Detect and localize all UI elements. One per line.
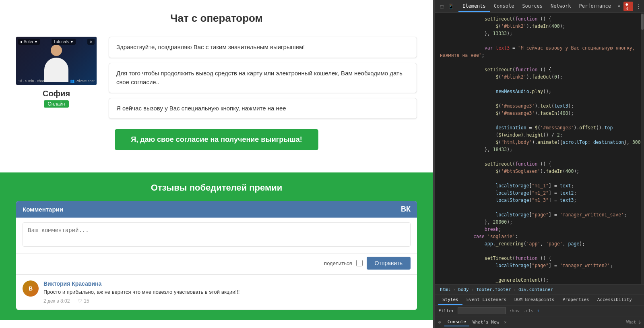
online-badge: Онлайн [44,100,69,108]
devtools-code-panel[interactable]: setTimeout(function () { $('#blink2').fa… [435,13,641,284]
bc-sep-3: › [512,287,517,292]
code-line [435,204,641,211]
console-tab[interactable]: Console [444,318,469,326]
message-text-3: Я сейчас вызову у Вас специальную кнопку… [116,105,286,112]
filter-label: Filter [438,308,454,313]
devtools-scrollbar[interactable] [641,13,644,284]
video-close-badge[interactable]: ✕ [87,39,95,45]
devtools-more-icon[interactable]: ⋮ [636,3,641,10]
comment-textarea[interactable] [23,222,411,247]
code-line: $('#messange3').fadeIn(400); [435,110,641,117]
code-line [435,59,641,66]
tab-event-listeners[interactable]: Event Listeners [462,295,510,305]
devtools-bottom: html › body › footer.footer › div.contai… [435,284,644,328]
code-line: $('#blink2').fadeIn(400); [435,23,641,30]
consent-button[interactable]: Я, даю свое согласие на получение выигры… [115,129,318,150]
code-line: newMessAudio.play(); [435,88,641,95]
video-frame: ● Sofia ▼ Tutorials ▼ ✕ 1d · 5 min · cha… [16,37,97,85]
heart-icon: ♡ [78,298,82,304]
code-line: $('#btnSoglasen').fadeIn(400); [435,168,641,175]
filter-add-icon[interactable]: + [537,308,540,313]
code-line: $('#blink2').fadeOut(0); [435,73,641,81]
what-dollar: What $ [626,320,641,324]
code-line: localStorage["page"] = 'manager_written1… [435,211,641,218]
avatar: В [23,280,39,297]
more-tabs-icon[interactable]: » [615,1,623,12]
code-line: localStorage["m1_2"] = text2; [435,189,641,197]
filter-input[interactable] [458,307,506,314]
code-line [435,95,641,102]
tab-properties[interactable]: Properties [558,295,593,305]
likes-count: 15 [84,298,89,304]
scrollbar-thumb[interactable] [641,14,644,30]
devtools-action-icons: ⬚ 📱 [438,3,454,10]
video-time: 1d · 5 min · chat [18,79,44,83]
code-line: setTimeout(function () { [435,66,641,73]
devtools-toolbar: ⬚ 📱 Elements Console Sources Network Per… [435,0,644,13]
chat-body: ● Sofia ▼ Tutorials ▼ ✕ 1d · 5 min · cha… [16,37,417,119]
comment-meta: 2 дек в 8:02 ♡ 15 [43,298,239,304]
video-name-badge: ● Sofia ▼ [18,39,40,45]
chat-section: Чат с оператором ● Sofia ▼ Tutorials ▼ ✕ [0,0,433,172]
tab-sources[interactable]: Sources [518,1,547,12]
message-bubble-2: Для того чтобы продолжить вывод средств … [109,63,417,93]
video-header: ● Sofia ▼ Tutorials ▼ ✕ [18,39,95,45]
bc-body[interactable]: body [456,286,471,293]
tab-accessibility[interactable]: Accessibility [593,295,636,305]
video-people-icon: 👥 Private chat [70,79,95,83]
tab-elements[interactable]: Elements [458,1,490,12]
comment-author[interactable]: Виктория Красавина [43,280,239,287]
vk-icon[interactable]: ВК [401,205,411,214]
console-close-icon[interactable]: ✕ [504,320,507,325]
code-line [435,175,641,182]
submit-button[interactable]: Отправить [367,257,411,270]
avatar-letter: В [29,285,33,292]
operator-info: ● Sofia ▼ Tutorials ▼ ✕ 1d · 5 min · cha… [16,37,97,108]
inspect-icon[interactable]: ⬚ [438,3,446,10]
comment-input-area [16,218,417,253]
code-line: _genereteContent(); [435,276,641,284]
code-line: нажмите на нее"; [435,52,641,59]
code-line: }, 18433); [435,146,641,153]
code-line: }, 13333); [435,30,641,37]
chat-title: Чат с оператором [16,12,417,25]
main-page: Чат с оператором ● Sofia ▼ Tutorials ▼ ✕ [0,0,433,328]
tab-styles[interactable]: Styles [438,295,462,305]
code-line: $('#messange3').text(text3); [435,102,641,110]
comment-text: Просто и прибыльно, аж не верится что мн… [43,289,239,296]
code-line: case 'soglasie': [435,233,641,240]
comment-actions: поделиться Отправить [16,253,417,275]
code-line: localStorage["page"] = 'manager_written2… [435,262,641,269]
comments-widget: Комментарии ВК поделиться Отправить В Ви… [16,201,417,310]
video-footer: 1d · 5 min · chat 👥 Private chat [18,79,95,83]
comment-likes: ♡ 15 [78,298,89,304]
share-checkbox[interactable] [356,260,363,266]
filter-hint: :hov [509,308,520,313]
code-line: localStorage["m1_3"] = text3; [435,197,641,204]
comment-item: В Виктория Красавина Просто и прибыльно,… [16,275,417,310]
comments-header: Комментарии ВК [16,201,417,218]
bc-html[interactable]: html [438,286,452,293]
code-line [435,269,641,276]
breadcrumb-bar: html › body › footer.footer › div.contai… [435,284,644,295]
device-icon[interactable]: 📱 [447,3,454,10]
bc-container[interactable]: div.container [517,286,555,293]
filter-cls[interactable]: .cls [523,308,534,313]
bc-footer[interactable]: footer.footer [475,286,512,293]
tab-console[interactable]: Console [490,1,518,12]
tab-network[interactable]: Network [547,1,575,12]
operator-name: София [43,89,70,98]
comments-header-label: Комментарии [23,206,63,213]
devtools-panel: ⬚ 📱 Elements Console Sources Network Per… [435,0,644,328]
whats-new-tab[interactable]: What's New [469,318,502,326]
code-line: setTimeout(function () { [435,15,641,23]
operator-video: ● Sofia ▼ Tutorials ▼ ✕ 1d · 5 min · cha… [16,37,97,85]
code-line: setTimeout(function () { [435,255,641,262]
tab-performance[interactable]: Performance [575,1,615,12]
devtools-scroll-container: setTimeout(function () { $('#blink2').fa… [435,13,644,284]
message-text-1: Здравствуйте, поздравляю Вас с таким зна… [116,44,305,50]
code-line: setTimeout(function () { [435,160,641,168]
tab-dom-breakpoints[interactable]: DOM Breakpoints [510,295,558,305]
person-body [44,58,68,82]
filter-bar: Filter :hov .cls + [435,305,644,316]
